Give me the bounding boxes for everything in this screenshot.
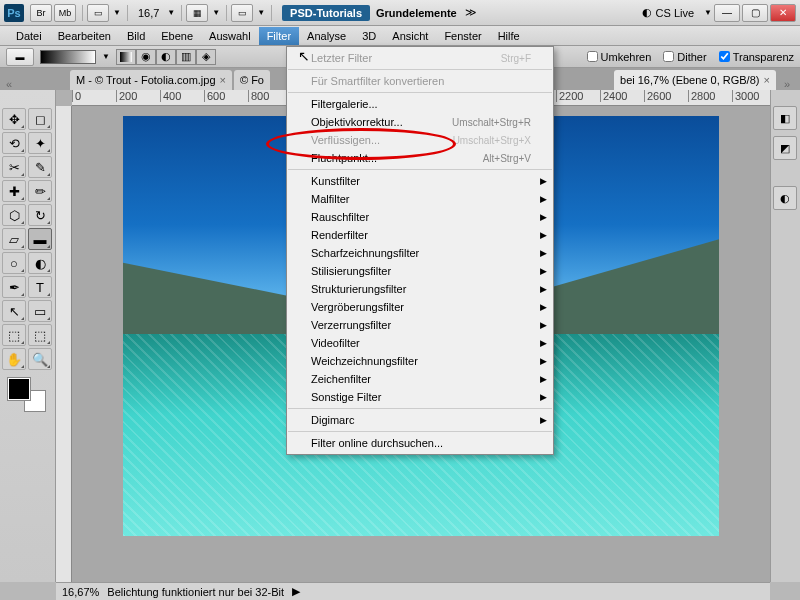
mini-bridge-button[interactable]: Mb (54, 4, 76, 22)
menu-letzter-filter: Letzter FilterStrg+F (287, 49, 553, 67)
eyedropper-tool[interactable]: ✎ (28, 156, 52, 178)
3d-camera-tool[interactable]: ⬚ (28, 324, 52, 346)
menu-verfluessigen: Verflüssigen...Umschalt+Strg+X (287, 131, 553, 149)
menu-fluchtpunkt[interactable]: Fluchtpunkt...Alt+Strg+V (287, 149, 553, 167)
menu-rauschfilter[interactable]: Rauschfilter▶ (287, 208, 553, 226)
menu-ansicht[interactable]: Ansicht (384, 27, 436, 45)
menu-filtergalerie[interactable]: Filtergalerie... (287, 95, 553, 113)
menu-hilfe[interactable]: Hilfe (490, 27, 528, 45)
eraser-tool[interactable]: ▱ (2, 228, 26, 250)
channels-panel-icon[interactable]: ◩ (773, 136, 797, 160)
cslive-button[interactable]: CS Live (656, 7, 695, 19)
close-icon[interactable]: × (220, 74, 226, 86)
gradient-angle-button[interactable]: ◐ (156, 49, 176, 65)
menu-weichzeichnungsfilter[interactable]: Weichzeichnungsfilter▶ (287, 352, 553, 370)
wand-tool[interactable]: ✦ (28, 132, 52, 154)
menu-verzerrungsfilter[interactable]: Verzerrungsfilter▶ (287, 316, 553, 334)
stamp-tool[interactable]: ⬡ (2, 204, 26, 226)
cslive-icon: ◐ (642, 6, 652, 19)
menu-videofilter[interactable]: Videofilter▶ (287, 334, 553, 352)
menu-datei[interactable]: Datei (8, 27, 50, 45)
crop-tool[interactable]: ✂ (2, 156, 26, 178)
menu-fenster[interactable]: Fenster (436, 27, 489, 45)
3d-tool[interactable]: ⬚ (2, 324, 26, 346)
lasso-tool[interactable]: ⟲ (2, 132, 26, 154)
gradient-swatch[interactable] (40, 50, 96, 64)
menu-strukturierungsfilter[interactable]: Strukturierungsfilter▶ (287, 280, 553, 298)
type-tool[interactable]: T (28, 276, 52, 298)
document-tab-1[interactable]: M - © Trout - Fotolia.com.jpg× (70, 70, 232, 90)
gradient-reflected-button[interactable]: ▥ (176, 49, 196, 65)
heal-tool[interactable]: ✚ (2, 180, 26, 202)
close-icon[interactable]: × (763, 74, 769, 86)
color-picker[interactable] (8, 378, 46, 412)
menu-objektivkorrektur[interactable]: Objektivkorrektur...Umschalt+Strg+R (287, 113, 553, 131)
zoom-tool[interactable]: 🔍 (28, 348, 52, 370)
bridge-button[interactable]: Br (30, 4, 52, 22)
minimize-button[interactable]: — (714, 4, 740, 22)
status-message: Belichtung funktioniert nur bei 32-Bit (107, 586, 284, 598)
menu-zeichenfilter[interactable]: Zeichenfilter▶ (287, 370, 553, 388)
transparenz-checkbox[interactable]: Transparenz (719, 51, 794, 63)
foreground-swatch[interactable] (8, 378, 30, 400)
adjustments-panel-icon[interactable]: ◐ (773, 186, 797, 210)
menu-bild[interactable]: Bild (119, 27, 153, 45)
shape-tool[interactable]: ▭ (28, 300, 52, 322)
dither-checkbox[interactable]: Dither (663, 51, 706, 63)
menu-malfilter[interactable]: Malfilter▶ (287, 190, 553, 208)
gradient-diamond-button[interactable]: ◈ (196, 49, 216, 65)
document-tab-active[interactable]: bei 16,7% (Ebene 0, RGB/8)× (614, 70, 776, 90)
menu-smartfilter: Für Smartfilter konvertieren (287, 72, 553, 90)
brush-tool[interactable]: ✏ (28, 180, 52, 202)
titlebar: Ps Br Mb ▭ ▼ 16,7 ▼ ▦ ▼ ▭ ▼ PSD-Tutorial… (0, 0, 800, 26)
gradient-tool[interactable]: ▬ (28, 228, 52, 250)
menu-filter-online[interactable]: Filter online durchsuchen... (287, 434, 553, 452)
ps-logo: Ps (4, 4, 24, 22)
dodge-tool[interactable]: ◐ (28, 252, 52, 274)
history-brush-tool[interactable]: ↻ (28, 204, 52, 226)
filter-menu-dropdown: Letzter FilterStrg+F Für Smartfilter kon… (286, 46, 554, 455)
arrange-button[interactable]: ▦ (186, 4, 208, 22)
menu-renderfilter[interactable]: Renderfilter▶ (287, 226, 553, 244)
menu-filter[interactable]: Filter (259, 27, 299, 45)
menubar: Datei Bearbeiten Bild Ebene Auswahl Filt… (0, 26, 800, 46)
panel-dock: ◧ ◩ ◐ (770, 90, 800, 582)
move-tool[interactable]: ✥ (2, 108, 26, 130)
screen-mode-button[interactable]: ▭ (87, 4, 109, 22)
gradient-radial-button[interactable]: ◉ (136, 49, 156, 65)
menu-vergroeberungsfilter[interactable]: Vergröberungsfilter▶ (287, 298, 553, 316)
umkehren-checkbox[interactable]: Umkehren (587, 51, 652, 63)
document-tab-2[interactable]: © Fo (234, 70, 270, 90)
close-button[interactable]: ✕ (770, 4, 796, 22)
menu-bearbeiten[interactable]: Bearbeiten (50, 27, 119, 45)
menu-kunstfilter[interactable]: Kunstfilter▶ (287, 172, 553, 190)
menu-3d[interactable]: 3D (354, 27, 384, 45)
menu-scharfzeichnungsfilter[interactable]: Scharfzeichnungsfilter▶ (287, 244, 553, 262)
menu-stilisierungsfilter[interactable]: Stilisierungsfilter▶ (287, 262, 553, 280)
tool-preset-button[interactable]: ▬ (6, 48, 34, 66)
ruler-vertical (56, 106, 72, 582)
gradient-linear-button[interactable] (116, 49, 136, 65)
workspace-grundelemente[interactable]: Grundelemente (376, 7, 457, 19)
status-bar: 16,67% Belichtung funktioniert nur bei 3… (56, 582, 770, 600)
marquee-tool[interactable]: ◻ (28, 108, 52, 130)
workspace-psd-tutorials[interactable]: PSD-Tutorials (282, 5, 370, 21)
hand-tool[interactable]: ✋ (2, 348, 26, 370)
menu-digimarc[interactable]: Digimarc▶ (287, 411, 553, 429)
menu-sonstige-filter[interactable]: Sonstige Filter▶ (287, 388, 553, 406)
gradient-type-group: ◉ ◐ ▥ ◈ (116, 49, 216, 65)
svg-rect-0 (120, 52, 132, 62)
blur-tool[interactable]: ○ (2, 252, 26, 274)
status-zoom: 16,67% (62, 586, 99, 598)
toolbox: ✥ ◻ ⟲ ✦ ✂ ✎ ✚ ✏ ⬡ ↻ ▱ ▬ ○ ◐ ✒ T ↖ ▭ ⬚ ⬚ … (0, 90, 56, 582)
pen-tool[interactable]: ✒ (2, 276, 26, 298)
layers-panel-icon[interactable]: ◧ (773, 106, 797, 130)
extras-button[interactable]: ▭ (231, 4, 253, 22)
menu-auswahl[interactable]: Auswahl (201, 27, 259, 45)
menu-analyse[interactable]: Analyse (299, 27, 354, 45)
menu-ebene[interactable]: Ebene (153, 27, 201, 45)
path-tool[interactable]: ↖ (2, 300, 26, 322)
maximize-button[interactable]: ▢ (742, 4, 768, 22)
zoom-label: 16,7 (132, 7, 165, 19)
